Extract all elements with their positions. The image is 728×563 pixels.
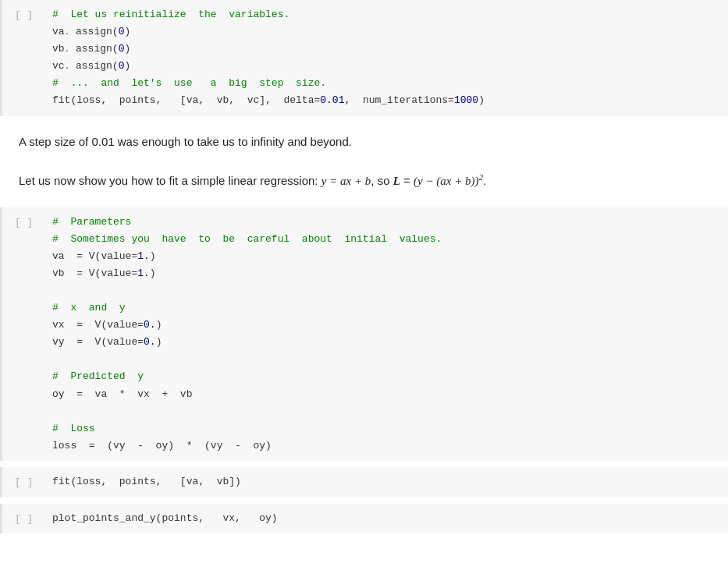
code-line-2: va. assign(0) <box>52 26 130 37</box>
code-comment-1: # Let us reinitialize the variables. <box>52 9 289 20</box>
linear-reg-text: Let us now show you how to fit a simple … <box>19 174 486 187</box>
math-eq2: (y − (ax + b))2 <box>414 175 483 187</box>
code-vx: vx = V(value=0.) <box>52 319 162 331</box>
cell-prompt-4: [ ] <box>15 510 46 528</box>
step-size-text: A step size of 0.01 was enough to take u… <box>19 135 352 148</box>
cell-prompt-2: [ ] <box>15 214 46 232</box>
code-comment-xy: # x and y <box>52 302 126 313</box>
code-vb: vb = V(value=1.) <box>52 267 156 279</box>
code-comment-initial: # Sometimes you have to be careful about… <box>52 233 442 245</box>
code-line-4: vc. assign(0) <box>52 60 130 72</box>
code-comment-predicted: # Predicted y <box>52 370 144 382</box>
code-block-4: plot_points_and_y(points, vx, oy) <box>52 510 716 527</box>
code-oy: oy = va * vx + vb <box>52 388 192 400</box>
cell-content-3: fit(loss, points, [va, vb]) <box>52 473 716 490</box>
cell-content-1: # Let us reinitialize the variables. va.… <box>52 6 716 110</box>
cell-prompt-3: [ ] <box>15 473 46 491</box>
code-line-3: vb. assign(0) <box>52 43 130 55</box>
code-fit-call: fit(loss, points, [va, vb]) <box>52 476 241 487</box>
code-vy: vy = V(value=0.) <box>52 336 162 348</box>
code-line-5: fit(loss, points, [va, vb, vc], delta=0.… <box>52 94 485 106</box>
text-cell-2: Let us now show you how to fit a simple … <box>0 161 728 201</box>
code-block-1: # Let us reinitialize the variables. va.… <box>52 6 716 110</box>
code-cell-4: [ ] plot_points_and_y(points, vx, oy) <box>0 504 728 534</box>
code-cell-2: [ ] # Parameters # Sometimes you have to… <box>0 207 728 461</box>
cell-prompt-1: [ ] <box>15 6 46 24</box>
code-cell-3: [ ] fit(loss, points, [va, vb]) <box>0 467 728 497</box>
code-block-2: # Parameters # Sometimes you have to be … <box>52 214 716 455</box>
text-cell-1: A step size of 0.01 was enough to take u… <box>0 122 728 161</box>
code-comment-loss: # Loss <box>52 423 95 434</box>
code-comment-2: # ... and let's use a big step size. <box>52 77 326 89</box>
notebook-container: [ ] # Let us reinitialize the variables.… <box>0 0 728 533</box>
cell-content-4: plot_points_and_y(points, vx, oy) <box>52 510 716 527</box>
cell-content-2: # Parameters # Sometimes you have to be … <box>52 214 716 455</box>
math-eq1: y = ax + b <box>321 175 371 187</box>
code-cell-1: [ ] # Let us reinitialize the variables.… <box>0 0 728 116</box>
code-block-3: fit(loss, points, [va, vb]) <box>52 473 716 490</box>
math-L: L <box>393 175 400 187</box>
code-plot-call: plot_points_and_y(points, vx, oy) <box>52 512 278 524</box>
code-va: va = V(value=1.) <box>52 250 156 262</box>
code-comment-params: # Parameters <box>52 216 131 228</box>
code-loss: loss = (vy - oy) * (vy - oy) <box>52 440 272 451</box>
